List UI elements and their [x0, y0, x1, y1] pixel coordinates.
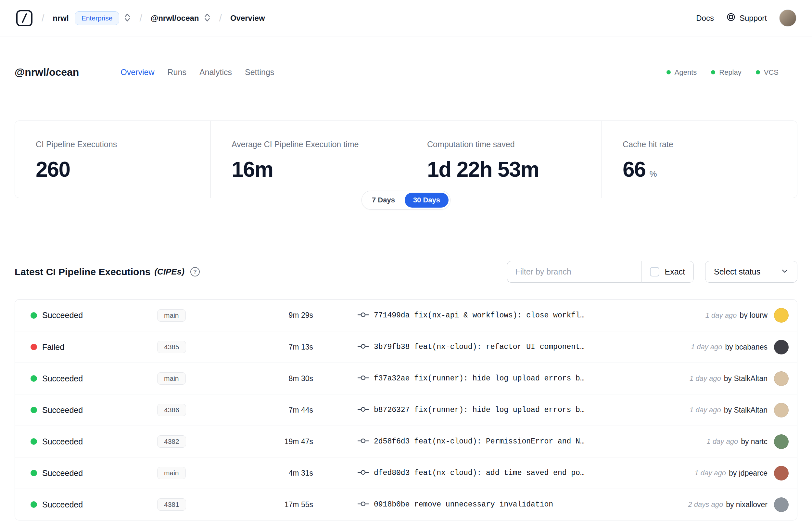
author-avatar [774, 340, 788, 355]
support-link[interactable]: Support [726, 12, 767, 24]
stat-value: 260 [36, 157, 70, 181]
author: by StalkAltan [724, 406, 767, 415]
lifebuoy-icon [726, 12, 736, 24]
indicator-label: Agents [675, 68, 697, 77]
commit-message: 2d58f6d3 feat(nx-cloud): PermissionError… [374, 437, 585, 446]
table-row[interactable]: Succeeded main 4m 31s dfed80d3 feat(nx-c… [15, 457, 797, 489]
author: by nixallover [726, 500, 767, 509]
branch-badge: main [157, 372, 186, 385]
stat-label: Computation time saved [427, 140, 588, 149]
cipes-table: Succeeded main 9m 29s 771499da fix(nx-ap… [15, 299, 797, 521]
status-label: Succeeded [42, 374, 157, 384]
table-row[interactable]: Succeeded 4386 7m 44s b8726327 fix(runne… [15, 394, 797, 425]
table-row[interactable]: Failed 4385 7m 13s 3b79fb38 feat(nx-clou… [15, 331, 797, 363]
relative-time: 1 day ago [694, 469, 726, 477]
breadcrumb-page: Overview [230, 14, 265, 23]
stat-suffix: % [649, 169, 657, 179]
chevron-down-icon [781, 267, 788, 277]
status-label: Succeeded [42, 405, 157, 415]
tab-runs[interactable]: Runs [167, 65, 187, 79]
status-label: Succeeded [42, 468, 157, 478]
author: by nartc [741, 437, 767, 446]
stat-label: Average CI Pipeline Execution time [232, 140, 393, 149]
git-commit-icon [357, 374, 369, 383]
author-avatar [774, 466, 788, 480]
status-dot [31, 501, 37, 508]
workspace-selector-chevrons-icon[interactable] [204, 13, 211, 24]
tab-settings[interactable]: Settings [244, 65, 275, 79]
breadcrumb-org[interactable]: nrwl [52, 14, 68, 23]
commit-message: 0918b0be remove unnecessary invalidation [374, 500, 553, 509]
status-dot [31, 438, 37, 445]
branch-filter-group: Exact [507, 261, 694, 283]
date-range-toggle: 7 Days 30 Days [362, 191, 450, 210]
stat-value-wrap: 16m [232, 157, 393, 182]
stat-card-average-execution-time: Average CI Pipeline Execution time 16m [211, 121, 406, 198]
stat-value-wrap: 1d 22h 53m [427, 157, 588, 182]
org-plan-badge[interactable]: Enterprise [75, 11, 120, 25]
stat-value: 1d 22h 53m [427, 157, 539, 181]
stat-value-wrap: 260 [36, 157, 198, 182]
stat-card-computation-time-saved: Computation time saved 1d 22h 53m [406, 121, 601, 198]
status-label: Succeeded [42, 311, 157, 320]
range-7-days-button[interactable]: 7 Days [364, 193, 403, 208]
breadcrumb-workspace[interactable]: @nrwl/ocean [151, 14, 199, 23]
table-row[interactable]: Succeeded main 8m 30s f37a32ae fix(runne… [15, 363, 797, 394]
duration: 19m 47s [264, 437, 313, 446]
cipes-title: Latest CI Pipeline Executions [15, 266, 150, 278]
status-label: Failed [42, 342, 157, 352]
question-circle-icon[interactable]: ? [190, 267, 200, 276]
org-selector-chevrons-icon[interactable] [124, 13, 131, 24]
status-dot [31, 375, 37, 382]
docs-label: Docs [696, 14, 714, 23]
green-dot-icon [711, 70, 715, 74]
status-label: Succeeded [42, 437, 157, 446]
exact-label: Exact [664, 267, 685, 276]
branch-badge: 4382 [157, 435, 186, 448]
branch-badge: main [157, 309, 186, 321]
branch-badge: 4386 [157, 404, 186, 416]
stat-label: CI Pipeline Executions [36, 140, 198, 149]
stat-label: Cache hit rate [623, 140, 784, 149]
docs-link[interactable]: Docs [696, 14, 714, 23]
branch-filter-input[interactable] [507, 261, 641, 283]
git-commit-icon [357, 437, 369, 446]
table-row[interactable]: Succeeded 4381 17m 55s 0918b0be remove u… [15, 489, 797, 520]
duration: 7m 44s [264, 406, 313, 415]
author-avatar [774, 371, 788, 386]
relative-time: 2 days ago [688, 500, 723, 509]
indicator-label: Replay [719, 68, 741, 77]
cipes-section-header: Latest CI Pipeline Executions (CIPEs) ? … [15, 261, 797, 283]
exact-checkbox[interactable] [650, 267, 659, 276]
indicator-replay[interactable]: Replay [711, 68, 741, 77]
exact-filter[interactable]: Exact [641, 261, 694, 283]
branch-badge: 4381 [157, 498, 186, 511]
relative-time: 1 day ago [690, 374, 721, 383]
indicator-label: VCS [764, 68, 779, 77]
stat-value-wrap: 66% [623, 157, 784, 182]
status-select-dropdown[interactable]: Select status [705, 261, 797, 283]
author: by StalkAltan [724, 374, 767, 383]
nx-cloud-logo[interactable] [16, 10, 33, 27]
stats-section: CI Pipeline Executions 260 Average CI Pi… [15, 121, 797, 198]
status-dot [31, 407, 37, 413]
range-30-days-button[interactable]: 30 Days [405, 193, 448, 208]
support-label: Support [739, 14, 767, 23]
indicator-agents[interactable]: Agents [667, 68, 697, 77]
green-dot-icon [756, 70, 760, 74]
table-row[interactable]: Succeeded 4382 19m 47s 2d58f6d3 feat(nx-… [15, 425, 797, 457]
indicator-vcs[interactable]: VCS [756, 68, 779, 77]
divider [650, 66, 650, 79]
author-avatar [774, 308, 788, 322]
table-row[interactable]: Succeeded main 9m 29s 771499da fix(nx-ap… [15, 300, 797, 331]
duration: 17m 55s [264, 500, 313, 509]
status-dot [31, 312, 37, 319]
tab-overview[interactable]: Overview [120, 65, 155, 79]
stat-cards: CI Pipeline Executions 260 Average CI Pi… [15, 121, 797, 198]
author-avatar [774, 434, 788, 449]
tab-analytics[interactable]: Analytics [199, 65, 232, 79]
breadcrumb-separator: / [219, 13, 222, 24]
git-commit-icon [357, 342, 369, 351]
user-avatar[interactable] [779, 10, 796, 27]
relative-time: 1 day ago [705, 311, 737, 320]
